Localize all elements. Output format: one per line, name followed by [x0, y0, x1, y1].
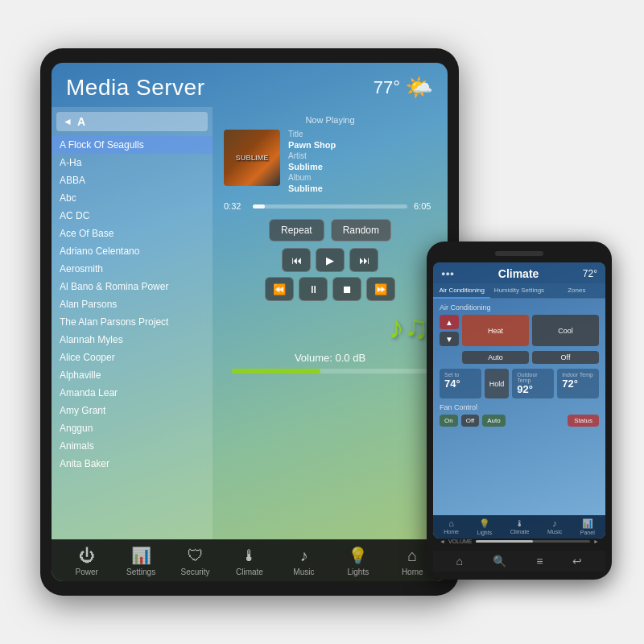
phone-nav-climate[interactable]: 🌡 Climate — [510, 518, 530, 535]
tab-air-conditioning[interactable]: Air Conditioning — [433, 283, 490, 299]
stop-button[interactable]: ⏹ — [332, 277, 361, 301]
nav-label-power: Power — [76, 568, 98, 576]
cool-button[interactable]: Cool — [532, 315, 599, 346]
nav-label-lights: Lights — [347, 568, 369, 576]
list-item[interactable]: ABBA — [52, 171, 213, 189]
album-art-inner: SUBLIME — [224, 130, 280, 186]
list-item[interactable]: Amanda Lear — [52, 384, 213, 402]
track-title-label: Title — [288, 130, 336, 138]
list-item[interactable]: Aerosmith — [52, 260, 213, 278]
list-item[interactable]: Al Bano & Romina Power — [52, 278, 213, 295]
nav-label-music: Music — [293, 568, 314, 576]
nav-item-settings[interactable]: 📊 Settings — [121, 546, 161, 576]
set-to-value: 74° — [444, 378, 477, 390]
fan-on-button[interactable]: On — [440, 415, 458, 427]
phone-home-icon: ⌂ — [448, 518, 454, 528]
outdoor-stat: Outdoor Temp 92° — [512, 369, 554, 398]
list-item[interactable]: Amy Grant — [52, 402, 213, 419]
volume-label: Volume: 0.0 dB — [224, 352, 436, 364]
list-item[interactable]: Alan Parsons — [52, 295, 213, 313]
nav-item-music[interactable]: ♪ Music — [283, 547, 324, 576]
list-item[interactable]: AC DC — [52, 207, 213, 225]
phone-nav-climate-label: Climate — [510, 529, 530, 535]
phone-nav-home[interactable]: ⌂ Home — [444, 518, 459, 535]
tab-zones[interactable]: Zones — [548, 283, 605, 299]
climate-icon: 🌡 — [242, 547, 258, 565]
list-item[interactable]: Abc — [52, 189, 213, 207]
pause-button[interactable]: ⏸ — [299, 277, 328, 301]
fan-auto-button[interactable]: Auto — [482, 415, 505, 427]
weather-temp: 77° — [374, 77, 400, 98]
list-item[interactable]: Anita Baker — [52, 455, 213, 473]
phone-nav-music[interactable]: ♪ Music — [547, 518, 562, 535]
list-item[interactable]: A-Ha — [52, 154, 213, 171]
scene: Media Server 77° 🌤️ ◄ A A Flock Of Seagu… — [16, 32, 628, 612]
off-button[interactable]: Off — [532, 351, 599, 364]
phone-speaker — [495, 251, 543, 256]
phone-nav-lights[interactable]: 💡 Lights — [477, 518, 492, 535]
volume-slider-bar[interactable] — [476, 540, 591, 543]
play-button[interactable]: ▶ — [316, 248, 345, 272]
tab-humidity[interactable]: Humidity Settings — [490, 283, 547, 299]
phone-stats-row: Set to 74° Hold Outdoor Temp 92° Indoor … — [440, 369, 599, 398]
nav-item-security[interactable]: 🛡 Security — [175, 547, 216, 576]
rewind-button[interactable]: ⏪ — [265, 277, 294, 301]
nav-label-climate: Climate — [236, 568, 263, 576]
music-notes-icon: ♪♫ — [388, 309, 428, 345]
nav-item-power[interactable]: ⏻ Power — [67, 547, 107, 576]
list-item[interactable]: A Flock Of Seagulls — [52, 136, 213, 154]
settings-icon: 📊 — [131, 546, 151, 565]
phone-nav-panel[interactable]: 📊 Panel — [580, 518, 595, 535]
phone-home-hw-button[interactable]: ⌂ — [456, 555, 463, 568]
list-item[interactable]: Alice Cooper — [52, 349, 213, 366]
fast-forward-button[interactable]: ⏩ — [366, 277, 395, 301]
temp-up-button[interactable]: ▲ — [440, 315, 459, 329]
phone-ac-controls: ▲ ▼ Heat Cool — [440, 315, 599, 346]
outdoor-value: 92° — [517, 383, 549, 395]
indoor-label: Indoor Temp — [562, 372, 594, 378]
phone-section-label: Air Conditioning — [440, 303, 599, 312]
set-to-stat: Set to 74° — [440, 369, 481, 398]
hold-button[interactable]: Hold — [485, 369, 510, 398]
list-item[interactable]: Ace Of Base — [52, 225, 213, 242]
phone-lights-icon: 💡 — [479, 518, 490, 529]
track-artist-value: Sublime — [288, 162, 336, 171]
list-item[interactable]: Alphaville — [52, 366, 213, 384]
album-art-text: SUBLIME — [236, 154, 269, 162]
phone-temp: 72° — [583, 268, 597, 279]
phone-search-hw-button[interactable]: 🔍 — [493, 555, 506, 568]
prev-button[interactable]: ⏮ — [282, 248, 311, 272]
phone-menu-hw-button[interactable]: ≡ — [536, 555, 543, 568]
artist-panel: ◄ A A Flock Of Seagulls A-Ha ABBA Abc AC… — [52, 107, 213, 539]
phone-tabs: Air Conditioning Humidity Settings Zones — [433, 283, 605, 299]
nav-item-climate[interactable]: 🌡 Climate — [229, 547, 270, 576]
music-note-area: ♪♫ — [224, 309, 436, 345]
fan-off-button[interactable]: Off — [461, 415, 480, 427]
phone-content: Air Conditioning ▲ ▼ Heat Cool Auto Off — [433, 299, 605, 515]
artist-search[interactable]: ◄ A — [56, 112, 208, 131]
phone-climate-icon: 🌡 — [515, 518, 524, 528]
heat-button[interactable]: Heat — [462, 315, 529, 346]
list-item[interactable]: Alannah Myles — [52, 331, 213, 349]
volume-section: Volume: 0.0 dB — [224, 352, 436, 374]
artist-list: A Flock Of Seagulls A-Ha ABBA Abc AC DC … — [52, 136, 213, 473]
list-item[interactable]: Animals — [52, 437, 213, 455]
temp-down-button[interactable]: ▼ — [440, 332, 459, 346]
track-info: Title Pawn Shop Artist Sublime Album Sub… — [288, 130, 336, 193]
phone-back-hw-button[interactable]: ↩ — [572, 555, 582, 568]
now-playing-info: SUBLIME Title Pawn Shop Artist Sublime A… — [224, 130, 436, 193]
next-button[interactable]: ⏭ — [349, 248, 378, 272]
random-button[interactable]: Random — [331, 219, 391, 242]
artist-back-arrow[interactable]: ◄ — [63, 116, 72, 127]
volume-bar[interactable] — [232, 369, 428, 374]
list-item[interactable]: Adriano Celentano — [52, 242, 213, 260]
lights-icon: 💡 — [348, 546, 368, 565]
list-item[interactable]: The Alan Parsons Project — [52, 313, 213, 331]
status-button[interactable]: Status — [568, 415, 599, 427]
repeat-button[interactable]: Repeat — [269, 219, 324, 242]
progress-bar[interactable] — [253, 204, 407, 208]
volume-slider-row: ◄ VOLUME ► — [433, 539, 605, 547]
nav-item-lights[interactable]: 💡 Lights — [338, 546, 378, 576]
auto-button[interactable]: Auto — [462, 351, 529, 364]
list-item[interactable]: Anggun — [52, 419, 213, 437]
